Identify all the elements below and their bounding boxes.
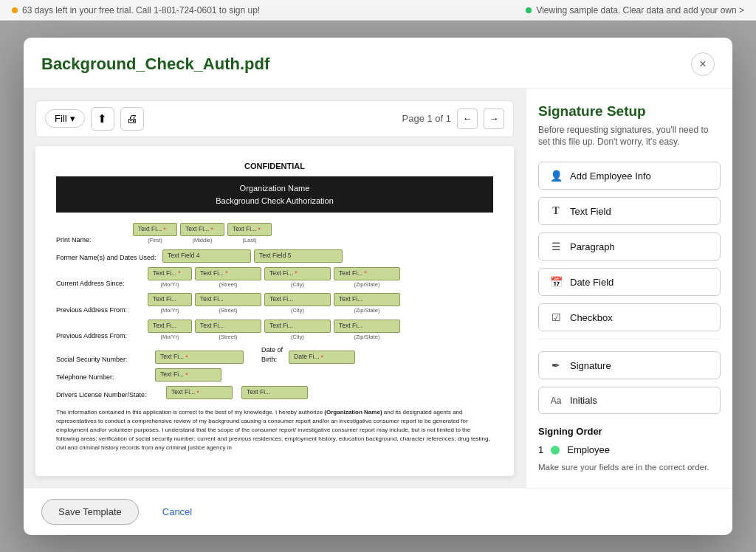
fill-label: Fill bbox=[55, 113, 67, 124]
field-group-prev2-city: Text Fi... (City) bbox=[264, 320, 331, 342]
form-row-printname: Print Name: Text Fi...* (First) Text Fi.… bbox=[56, 223, 493, 245]
field-group-moyr: Text Fi...* (Mo/Yr) bbox=[148, 267, 192, 289]
toolbar-left: Fill ▾ ⬆ 🖨 bbox=[45, 107, 144, 131]
text-field-button[interactable]: T Text Field bbox=[538, 197, 721, 225]
banner-left-text: 63 days left in your free trial. Call 1-… bbox=[22, 5, 260, 15]
prev-page-button[interactable]: ← bbox=[457, 108, 478, 129]
print-icon-btn[interactable]: 🖨 bbox=[120, 107, 144, 131]
pdf-field-4[interactable]: Text Field 4 bbox=[162, 249, 251, 263]
field-group-prev1-street: Text Fi... (Street) bbox=[195, 293, 261, 315]
add-employee-button[interactable]: 👤 Add Employee Info bbox=[538, 162, 721, 190]
field-group-prev2-street: Text Fi... (Street) bbox=[195, 320, 261, 342]
pdf-field-city1[interactable]: Text Fi...* bbox=[264, 267, 331, 280]
field-group-prev2-zip: Text Fi... (Zip/State) bbox=[334, 320, 400, 342]
modal-footer: Save Template Cancel bbox=[24, 488, 732, 535]
initials-icon: Aa bbox=[549, 396, 563, 406]
print-name-label: Print Name: bbox=[56, 235, 130, 245]
person-icon: 👤 bbox=[549, 170, 563, 182]
close-button[interactable]: × bbox=[691, 52, 715, 76]
modal-title: Background_Check_Auth.pdf bbox=[41, 55, 269, 74]
pdf-area: Fill ▾ ⬆ 🖨 Page 1 of 1 ← → CONFIDENTIAL bbox=[24, 89, 526, 489]
info-dot bbox=[526, 7, 532, 13]
banner-right-text: Viewing sample data. Clear data and add … bbox=[536, 5, 744, 15]
pdf-field-prev2-city[interactable]: Text Fi... bbox=[264, 320, 331, 333]
signature-label: Signature bbox=[570, 360, 611, 371]
pdf-confidential: CONFIDENTIAL bbox=[56, 161, 493, 172]
pdf-field-street1[interactable]: Text Fi...* bbox=[195, 267, 261, 280]
cancel-button[interactable]: Cancel bbox=[151, 500, 204, 524]
order-label: Employee bbox=[567, 444, 610, 455]
current-addr-label: Current Address Since: bbox=[56, 279, 145, 289]
pdf-toolbar: Fill ▾ ⬆ 🖨 Page 1 of 1 ← → bbox=[35, 100, 514, 137]
divider bbox=[538, 339, 721, 339]
pdf-field-first[interactable]: Text Fi...* bbox=[133, 223, 177, 236]
next-page-button[interactable]: → bbox=[484, 108, 504, 129]
form-row-prev-addr1: Previous Address From: Text Fi... (Mo/Yr… bbox=[56, 293, 493, 315]
modal-dialog: Background_Check_Auth.pdf × Fill ▾ ⬆ 🖨 bbox=[24, 38, 732, 536]
field-group-prev1-zip: Text Fi... (Zip/State) bbox=[334, 293, 400, 315]
dob-label: Date ofBirth: bbox=[261, 345, 283, 364]
field-group-first: Text Fi...* (First) bbox=[133, 223, 177, 245]
pdf-field-dl1[interactable]: Text Fi...* bbox=[166, 386, 233, 399]
toolbar-center: Page 1 of 1 ← → bbox=[402, 108, 505, 129]
pdf-field-middle[interactable]: Text Fi...* bbox=[180, 223, 224, 236]
text-field-label: Text Field bbox=[570, 206, 611, 217]
form-row-former: Former Name(s) and Dates Used: Text Fiel… bbox=[56, 249, 493, 263]
warning-dot bbox=[12, 7, 18, 13]
top-banner: 63 days left in your free trial. Call 1-… bbox=[0, 0, 756, 21]
form-row-dl: Drivers License Number/State: Text Fi...… bbox=[56, 386, 493, 399]
pdf-document: CONFIDENTIAL Organization Name Backgroun… bbox=[35, 146, 514, 477]
panel-title: Signature Setup bbox=[538, 103, 721, 120]
pdf-field-phone[interactable]: Text Fi...* bbox=[155, 368, 221, 382]
pdf-field-prev1-street[interactable]: Text Fi... bbox=[195, 293, 261, 306]
order-number: 1 bbox=[538, 444, 543, 455]
pdf-field-zip1[interactable]: Text Fi...* bbox=[334, 267, 400, 280]
calendar-icon: 📅 bbox=[549, 276, 563, 288]
ssn-label: Social Security Number: bbox=[56, 355, 152, 365]
pdf-field-prev2-street[interactable]: Text Fi... bbox=[195, 320, 261, 333]
panel-subtitle: Before requesting signatures, you'll nee… bbox=[538, 124, 721, 149]
pdf-field-prev1-zip[interactable]: Text Fi... bbox=[334, 293, 400, 306]
phone-label: Telephone Number: bbox=[56, 373, 152, 382]
field-group-middle: Text Fi...* (Middle) bbox=[180, 223, 224, 245]
pdf-field-5[interactable]: Text Field 5 bbox=[254, 249, 343, 263]
pdf-field-last[interactable]: Text Fi...* bbox=[227, 223, 272, 236]
upload-icon-btn[interactable]: ⬆ bbox=[91, 107, 114, 131]
order-dot bbox=[551, 446, 560, 455]
signature-icon: ✒ bbox=[549, 359, 563, 371]
field-group-city1: Text Fi...* (City) bbox=[264, 267, 331, 289]
pdf-field-prev2-zip[interactable]: Text Fi... bbox=[334, 320, 400, 333]
field-group-prev2-moyr: Text Fi... (Mo/Yr) bbox=[148, 320, 192, 342]
signing-note: Make sure your fields are in the correct… bbox=[538, 461, 721, 473]
checkbox-icon: ☑ bbox=[549, 311, 563, 323]
pdf-body-text: The information contained in this applic… bbox=[56, 408, 493, 452]
initials-button[interactable]: Aa Initials bbox=[538, 387, 721, 414]
pdf-field-prev1-moyr[interactable]: Text Fi... bbox=[148, 293, 192, 306]
fill-dropdown[interactable]: Fill ▾ bbox=[45, 109, 85, 128]
modal-overlay: Background_Check_Auth.pdf × Fill ▾ ⬆ 🖨 bbox=[0, 21, 756, 552]
field-group-street1: Text Fi...* (Street) bbox=[195, 267, 261, 289]
paragraph-icon: ☰ bbox=[549, 241, 563, 252]
signing-order-title: Signing Order bbox=[538, 426, 721, 437]
signature-button[interactable]: ✒ Signature bbox=[538, 351, 721, 379]
pdf-field-prev1-city[interactable]: Text Fi... bbox=[264, 293, 331, 306]
pdf-auth-title: Background Check Authorization bbox=[62, 195, 487, 207]
field-group-prev1-city: Text Fi... (City) bbox=[264, 293, 331, 315]
paragraph-label: Paragraph bbox=[570, 241, 615, 252]
pdf-field-moyr[interactable]: Text Fi...* bbox=[148, 267, 192, 280]
date-field-button[interactable]: 📅 Date Field bbox=[538, 268, 721, 296]
paragraph-button[interactable]: ☰ Paragraph bbox=[538, 232, 721, 261]
checkbox-button[interactable]: ☑ Checkbox bbox=[538, 303, 721, 331]
pdf-field-dob[interactable]: Date Fi...* bbox=[289, 351, 355, 364]
pdf-field-dl2[interactable]: Text Fi... bbox=[241, 386, 308, 399]
field-group-zip1: Text Fi...* (Zip/State) bbox=[334, 267, 400, 289]
chevron-down-icon: ▾ bbox=[70, 113, 75, 124]
save-template-button[interactable]: Save Template bbox=[41, 499, 139, 525]
banner-right: Viewing sample data. Clear data and add … bbox=[526, 5, 744, 15]
signing-order-section: Signing Order 1 Employee Make sure your … bbox=[538, 426, 721, 473]
pdf-field-ssn[interactable]: Text Fi...* bbox=[155, 351, 244, 364]
prev-addr2-label: Previous Address From: bbox=[56, 331, 145, 341]
initials-label: Initials bbox=[570, 395, 597, 406]
form-row-current-addr: Current Address Since: Text Fi...* (Mo/Y… bbox=[56, 267, 493, 289]
pdf-field-prev2-moyr[interactable]: Text Fi... bbox=[148, 320, 192, 333]
